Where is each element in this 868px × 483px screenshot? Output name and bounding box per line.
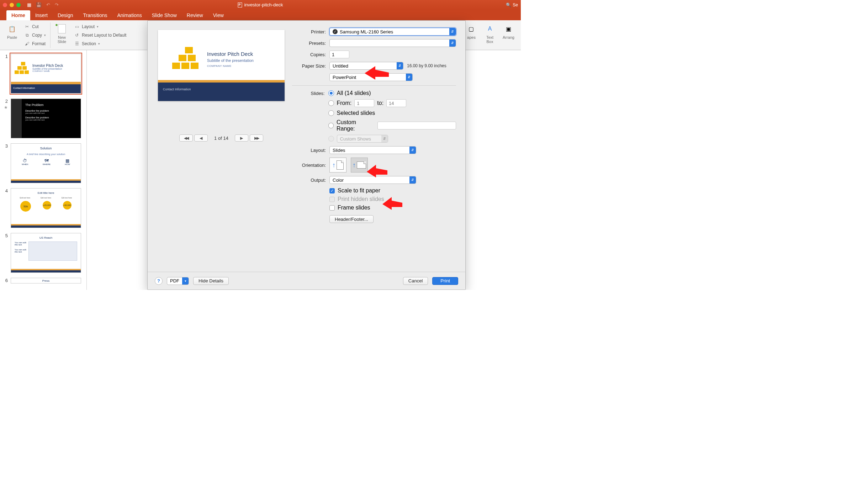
slide-thumbnail-panel[interactable]: 1 Investor Pitch Deck Subtitle of the pr… [0, 50, 87, 290]
thumb-subtitle: Subtitle of the presentation [32, 68, 63, 70]
svg-marker-0 [365, 66, 389, 80]
last-page-button[interactable]: ▶▶ [250, 134, 263, 142]
thumb-title: Edit title here [15, 191, 77, 195]
thumb-slide-4[interactable]: Edit title here Edit text here Edit text… [11, 188, 81, 228]
cancel-button[interactable]: Cancel [403, 277, 428, 285]
tab-insert[interactable]: Insert [30, 10, 53, 20]
thumb-slide-6[interactable]: Press [11, 278, 81, 283]
thumb-slide-2[interactable]: The Problem Describe the problem you can… [11, 99, 81, 138]
checkbox-icon [329, 205, 335, 211]
prev-page-button[interactable]: ◀ [194, 134, 208, 142]
help-button[interactable]: ? [155, 277, 163, 285]
chevron-updown-icon: ⇵ [449, 39, 456, 47]
format-painter-button[interactable]: 🖌Format [23, 40, 47, 47]
radio-icon [328, 90, 334, 96]
new-slide-group[interactable]: ● New Slide [53, 22, 70, 44]
presets-label: Presets: [292, 41, 326, 46]
preview-page-label: 1 of 14 [214, 136, 228, 141]
next-page-button[interactable]: ▶ [235, 134, 248, 142]
arrow-up-icon: ↑ [353, 161, 356, 169]
slides-selected-radio[interactable]: Selected slides [328, 110, 456, 116]
radio-icon [328, 136, 334, 142]
save-icon[interactable]: 💾 [36, 2, 42, 7]
copy-button[interactable]: ⧉Copy▾ [23, 32, 47, 39]
header-footer-button[interactable]: Header/Footer... [329, 215, 374, 223]
paste-icon[interactable]: 📋 [6, 23, 18, 34]
ribbon-right-group: ▢ apes A Text Box ▣ Arrang [463, 22, 517, 44]
slides-all-radio[interactable]: All (14 slides) [328, 90, 456, 96]
scale-to-fit-checkbox[interactable]: ✓ Scale to fit paper [329, 187, 456, 194]
thumb-slide-5[interactable]: US Reach You can edit this text You can … [11, 233, 81, 273]
cut-button[interactable]: ✂︎Cut [23, 23, 47, 30]
textbox-icon: A [484, 23, 496, 34]
thumb-slide-1[interactable]: Investor Pitch Deck Subtitle of the pres… [11, 54, 81, 94]
from-input[interactable] [354, 99, 374, 107]
pdf-menu-button[interactable]: PDF ▾ [167, 277, 189, 285]
tab-slideshow[interactable]: Slide Show [147, 10, 182, 20]
tab-transitions[interactable]: Transitions [78, 10, 112, 20]
thumb-text: this text [15, 244, 26, 246]
orientation-portrait-button[interactable]: ↑ [329, 158, 346, 172]
custom-range-input[interactable] [377, 122, 456, 129]
chevron-updown-icon: ⇵ [449, 28, 456, 35]
hide-details-button[interactable]: Hide Details [193, 277, 229, 285]
layout-label: Layout: [292, 148, 326, 153]
reset-layout-button[interactable]: ↺Reset Layout to Default [73, 32, 128, 39]
to-input[interactable] [386, 99, 406, 107]
thumb-slide-3[interactable]: Solution A brief line describing your so… [11, 143, 81, 183]
tab-home[interactable]: Home [6, 10, 30, 20]
search-field[interactable]: 🔍 Se [506, 2, 518, 7]
presenter-view-icon[interactable]: ▦ [27, 2, 31, 7]
paste-label: Paste [7, 35, 17, 39]
frame-slides-label: Frame slides [338, 205, 370, 211]
minimize-window-button[interactable] [10, 3, 14, 7]
copies-label: Copies: [292, 52, 326, 57]
selected-label: Selected slides [337, 110, 375, 116]
zoom-window-button[interactable] [16, 3, 21, 7]
thumb-stat: +30,000 [63, 201, 72, 209]
tab-view[interactable]: View [208, 10, 229, 20]
redo-icon[interactable]: ↷ [55, 2, 59, 7]
orientation-landscape-button[interactable]: ↑ [351, 158, 368, 172]
undo-icon[interactable]: ↶ [46, 2, 50, 7]
new-slide-label: New Slide [58, 35, 66, 44]
print-preview-column: Investor Pitch Deck Subtitle of the pres… [158, 28, 285, 272]
custom-range-label: Custom Range: [337, 119, 375, 132]
layout-select[interactable]: Slides ⇵ [329, 146, 416, 154]
radio-icon [328, 100, 334, 106]
copies-input[interactable] [329, 51, 349, 58]
window-controls [3, 3, 21, 7]
thumb-text: you can edit this text [25, 119, 49, 121]
clipboard-buttons: ✂︎Cut ⧉Copy▾ 🖌Format [23, 22, 47, 47]
layout-button[interactable]: ▭Layout▾ [73, 23, 128, 30]
presets-select[interactable]: ⇵ [329, 39, 456, 47]
chevron-updown-icon: ⇵ [409, 176, 416, 184]
scale-to-fit-label: Scale to fit paper [338, 187, 380, 194]
ribbon-separator [50, 22, 51, 48]
arrange-button[interactable]: ▣ Arrang [500, 22, 517, 44]
print-preview: Investor Pitch Deck Subtitle of the pres… [158, 30, 285, 101]
cut-label: Cut [32, 24, 39, 29]
printer-select[interactable]: ✓ Samsung ML-2160 Series ⇵ [329, 28, 456, 36]
tab-review[interactable]: Review [182, 10, 208, 20]
tab-design[interactable]: Design [53, 10, 78, 20]
search-placeholder: Se [513, 2, 518, 7]
close-window-button[interactable] [3, 3, 7, 7]
slides-custom-range-radio[interactable]: Custom Range: [328, 119, 456, 132]
section-icon: ☰ [74, 41, 80, 47]
tab-animations[interactable]: Animations [112, 10, 147, 20]
page-icon [337, 160, 344, 170]
thumb-title: The Problem [25, 103, 49, 107]
chevron-updown-icon: ⇵ [381, 135, 388, 142]
logo-icon [172, 47, 201, 72]
format-label: Format [32, 41, 46, 46]
title-bar: ▦ 💾 ↶ ↷ investor-pitch-deck 🔍 Se [0, 0, 521, 10]
textbox-button[interactable]: A Text Box [481, 22, 498, 44]
quick-access-toolbar: ▦ 💾 ↶ ↷ [27, 2, 59, 7]
first-page-button[interactable]: ◀◀ [179, 134, 193, 142]
print-button[interactable]: Print [432, 277, 458, 285]
print-hidden-label: Print hidden slides [338, 196, 384, 202]
slides-from-radio[interactable]: From: to: [328, 99, 456, 107]
section-button[interactable]: ☰Section▾ [73, 40, 128, 47]
to-label: to: [377, 100, 383, 106]
